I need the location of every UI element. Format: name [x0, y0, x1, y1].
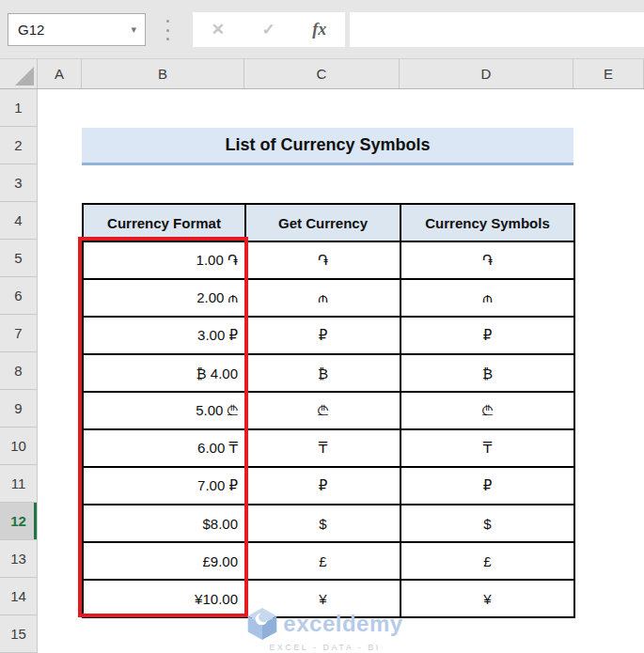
- row-header-12-active[interactable]: 12: [0, 503, 38, 540]
- cell-get-currency[interactable]: $: [245, 505, 401, 542]
- formula-strip: G12 ▾ ✕ ✓ fx: [0, 0, 644, 58]
- select-all-button[interactable]: [0, 59, 38, 88]
- formula-input[interactable]: [350, 12, 644, 47]
- row-header-3[interactable]: 3: [0, 164, 38, 202]
- exceldemy-cube-logo-icon: [246, 606, 278, 642]
- cell-currency-format[interactable]: 7.00 ₽: [83, 467, 245, 505]
- row-header-15[interactable]: 15: [0, 615, 38, 653]
- cell-currency-symbol[interactable]: ₽: [401, 467, 574, 505]
- cell-currency-format[interactable]: 1.00 ֏: [83, 241, 245, 279]
- name-box-value: G12: [8, 22, 131, 38]
- cell-get-currency[interactable]: ₸: [245, 429, 401, 467]
- table-row: $8.00 $ $: [83, 505, 574, 542]
- cell-get-currency[interactable]: ֏: [245, 241, 401, 279]
- column-header-b[interactable]: B: [82, 59, 244, 88]
- cell-currency-format[interactable]: 5.00 ₾: [83, 392, 245, 429]
- sheet-area[interactable]: List of Currency Symbols Currency Format…: [38, 89, 644, 653]
- cell-currency-format[interactable]: 3.00 ₽: [83, 317, 245, 354]
- row-header-8[interactable]: 8: [0, 352, 38, 390]
- cell-get-currency[interactable]: ₿: [245, 354, 401, 392]
- cell-currency-symbol[interactable]: $: [401, 505, 574, 542]
- cell-currency-symbol[interactable]: ₿: [401, 354, 574, 392]
- cancel-icon[interactable]: ✕: [212, 20, 225, 39]
- cell-get-currency[interactable]: ₽: [245, 467, 401, 505]
- row-header-5[interactable]: 5: [0, 240, 38, 277]
- cell-currency-format[interactable]: 2.00 ₼: [83, 279, 245, 317]
- row-header-11[interactable]: 11: [0, 465, 38, 503]
- table-row: 7.00 ₽ ₽ ₽: [83, 467, 574, 505]
- cell-get-currency[interactable]: ₾: [245, 392, 401, 429]
- header-currency-format[interactable]: Currency Format: [83, 204, 245, 241]
- table-row: 5.00 ₾ ₾ ₾: [83, 392, 574, 429]
- row-header-2[interactable]: 2: [0, 127, 38, 164]
- cell-currency-format[interactable]: £9.00: [83, 542, 245, 580]
- currency-table: Currency Format Get Currency Currency Sy…: [82, 203, 575, 618]
- watermark: exceldemy EXCEL - DATA - BI: [243, 606, 407, 652]
- title-cell[interactable]: List of Currency Symbols: [82, 128, 573, 165]
- cell-currency-symbol[interactable]: ₸: [401, 429, 574, 467]
- cell-get-currency[interactable]: ₼: [245, 279, 401, 317]
- insert-function-icon[interactable]: fx: [312, 20, 326, 39]
- column-header-a[interactable]: A: [38, 59, 82, 88]
- table-row: 1.00 ֏ ֏ ֏: [83, 241, 574, 279]
- cell-currency-format[interactable]: 6.00 ₸: [83, 429, 245, 467]
- cell-currency-symbol[interactable]: ₾: [401, 392, 574, 429]
- formula-buttons: ✕ ✓ fx: [193, 12, 345, 47]
- header-currency-symbols[interactable]: Currency Symbols: [401, 204, 574, 241]
- row-header-10[interactable]: 10: [0, 428, 38, 465]
- cell-currency-symbol[interactable]: £: [401, 542, 574, 580]
- row-header-14[interactable]: 14: [0, 578, 38, 615]
- enter-icon[interactable]: ✓: [262, 20, 275, 39]
- cell-currency-format[interactable]: $8.00: [83, 505, 245, 542]
- cell-currency-symbol[interactable]: ֏: [401, 241, 574, 279]
- table-row: 6.00 ₸ ₸ ₸: [83, 429, 574, 467]
- separator-dots-icon: [164, 20, 171, 40]
- cell-currency-format[interactable]: ₿ 4.00: [83, 354, 245, 392]
- column-header-e[interactable]: E: [573, 59, 644, 88]
- table-row: £9.00 £ £: [83, 542, 574, 580]
- table-row: ₿ 4.00 ₿ ₿: [83, 354, 574, 392]
- column-header-c[interactable]: C: [244, 59, 400, 88]
- row-header-4[interactable]: 4: [0, 202, 38, 240]
- row-header-9[interactable]: 9: [0, 390, 38, 428]
- table-header-row: Currency Format Get Currency Currency Sy…: [83, 204, 574, 241]
- name-box-dropdown-icon[interactable]: ▾: [131, 23, 145, 36]
- row-header-7[interactable]: 7: [0, 315, 38, 352]
- watermark-brand: exceldemy: [283, 611, 402, 637]
- row-header-strip: 1 2 3 4 5 6 7 8 9 10 11 12 13 14 15: [0, 89, 38, 653]
- cell-get-currency[interactable]: £: [245, 542, 401, 580]
- table-row: 2.00 ₼ ₼ ₼: [83, 279, 574, 317]
- header-get-currency[interactable]: Get Currency: [245, 204, 401, 241]
- row-header-1[interactable]: 1: [0, 89, 38, 127]
- row-header-6[interactable]: 6: [0, 277, 38, 315]
- name-box[interactable]: G12 ▾: [8, 13, 146, 46]
- watermark-tagline: EXCEL - DATA - BI: [269, 643, 380, 652]
- cell-currency-format[interactable]: ¥10.00: [83, 580, 245, 617]
- cell-currency-symbol[interactable]: ₽: [401, 317, 574, 354]
- column-header-strip: A B C D E: [0, 58, 644, 89]
- select-all-triangle-icon: [15, 67, 34, 86]
- column-header-d[interactable]: D: [400, 59, 573, 88]
- cell-currency-symbol[interactable]: ₼: [401, 279, 574, 317]
- row-header-13[interactable]: 13: [0, 540, 38, 578]
- table-row: 3.00 ₽ ₽ ₽: [83, 317, 574, 354]
- cell-get-currency[interactable]: ₽: [245, 317, 401, 354]
- cell-currency-symbol[interactable]: ¥: [401, 580, 574, 617]
